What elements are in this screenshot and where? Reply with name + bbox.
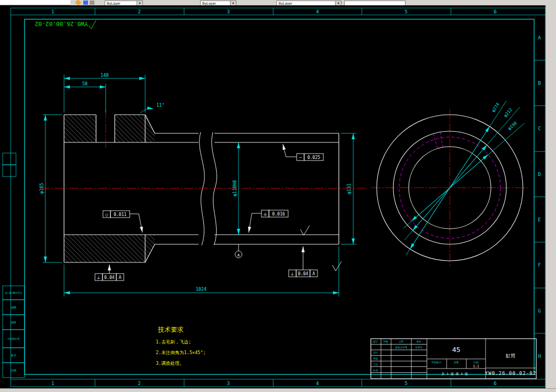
datum-a-label: A [237, 253, 240, 258]
gdt-straightness-symbol: — [299, 155, 302, 160]
model-space-canvas[interactable]: 1 2 3 4 5 6 1 2 3 4 5 6 A B C D E F G H … [0, 5, 545, 388]
dim-od-right: φ131 [346, 183, 352, 194]
tb-col-zone: 分区 [399, 340, 404, 343]
chevron-down-icon[interactable]: ▾ [230, 1, 236, 5]
tb-col-marks: 标记 [373, 340, 379, 343]
gdt-perp-right-datum: A [313, 271, 315, 276]
tb-lbl-weight: 质量 [454, 361, 459, 364]
window-bottom-edge [0, 388, 556, 392]
technical-requirements: 技术要求 1.去毛刺，飞边; 2.未注倒角为1.5×45°; 3.调质处理。 [156, 326, 206, 366]
tool-icon-2[interactable] [90, 1, 94, 5]
zone-label: 3 [227, 381, 229, 386]
gdt-straightness-value: 0.025 [307, 155, 320, 160]
text-field[interactable] [344, 1, 406, 5]
sheet-border [3, 8, 545, 387]
zone-label: 3 [227, 9, 229, 14]
color-combobox[interactable]: ByLayer ▾ [105, 1, 143, 5]
surface-finish-icon [332, 261, 341, 271]
zone-label: 4 [316, 9, 319, 14]
zone-labels: 1 2 3 4 5 6 1 2 3 4 5 6 A B C D E F G H [51, 9, 541, 386]
zone-label: 4 [316, 381, 319, 386]
end-view: φ274 φ212 φ190 [377, 101, 525, 261]
tb-col-doc: 更改文件号 [395, 346, 408, 349]
window-right-edge [545, 0, 556, 392]
zone-label: B [538, 81, 541, 86]
tech-req-title: 技术要求 [157, 326, 184, 333]
tool-icon[interactable] [83, 1, 88, 5]
menu-area [0, 0, 70, 5]
zone-label: 5 [404, 381, 407, 386]
endview-dim-inner: φ190 [507, 121, 518, 131]
zone-label: 2 [138, 9, 140, 14]
tb-col-count: 处数 [384, 340, 389, 343]
side-block-label: 签字 [11, 354, 17, 357]
toolbar-remnant: ByLayer ▾ ByLayer ▾ ByLayer ▾ [0, 0, 556, 5]
gdt-perp-left-symbol: ⊥ [98, 275, 100, 280]
title-block-texts: 45 缸筒 YW0.26.00.02-02 标记 处数 分区 更改文件号 签名 … [373, 340, 537, 376]
stamp-check-icon [89, 20, 96, 29]
side-block-label: 描校 [11, 321, 17, 324]
zone-label: 1 [51, 381, 54, 386]
dimensions [43, 75, 356, 297]
gdt-perp-right-symbol: ⊥ [291, 271, 294, 276]
color-combobox-value: ByLayer [107, 2, 121, 5]
zone-label: 6 [494, 381, 496, 386]
chevron-down-icon[interactable]: ▾ [137, 1, 142, 5]
gdt-roundness-symbol: ○ [106, 212, 108, 217]
tb-row-process: 工艺 [374, 363, 379, 366]
dim-width-inner: 58 [82, 81, 88, 86]
tb-row-design: 设计 [374, 351, 379, 354]
zone-label: F [538, 262, 541, 268]
gdt-perp-left-value: 0.04 [104, 275, 114, 280]
dim-angle: 11° [156, 102, 164, 108]
tb-row-approve: 批准 [373, 369, 379, 372]
gdt-perp-left-datum: A [119, 275, 122, 280]
tech-req-item: 2.未注倒角为1.5×45°; [156, 350, 206, 355]
zone-label: 5 [404, 9, 407, 14]
side-block-label: 旧底图总号 [7, 337, 20, 340]
drawing-number: YW0.26.00.02-02 [485, 371, 536, 376]
tb-col-sign: 签名 [417, 340, 422, 343]
dim-total-length: 1024 [196, 286, 206, 292]
favorites-icon[interactable] [75, 0, 81, 5]
lineweight-combobox-value: ByLayer [279, 2, 292, 5]
tech-req-item: 3.调质处理。 [156, 361, 184, 366]
zone-label: H [538, 354, 541, 359]
dim-bore: φ110H8 [232, 180, 237, 197]
part-name: 缸筒 [505, 353, 515, 358]
zone-label: G [538, 308, 541, 314]
keyway-hidden-line [440, 132, 443, 147]
chevron-down-icon[interactable]: ▾ [335, 1, 341, 5]
break-line [212, 132, 217, 245]
tb-sheet-count: 共 1 张 第 1 张 [441, 372, 467, 376]
approval-stamp: YW0.26.00.02-02 [35, 20, 96, 29]
cad-application-window: { "toolbar": { "combo1": "ByLayer", "com… [0, 0, 556, 392]
tech-req-item: 1.去毛刺，飞边; [156, 339, 191, 345]
surface-finish-icon [300, 226, 309, 235]
material-label: 45 [452, 346, 460, 354]
zone-label: E [538, 217, 541, 222]
gdt-perp-right-value: 0.04 [298, 271, 308, 276]
side-block-label: 日期 [11, 369, 17, 372]
linetype-combobox-value: ByLayer [202, 2, 216, 5]
gdt-roundness-value: 0.011 [114, 212, 126, 217]
drawing: 1 2 3 4 5 6 1 2 3 4 5 6 A B C D E F G H … [0, 5, 545, 388]
lineweight-combobox[interactable]: ByLayer ▾ [276, 1, 341, 5]
keyway-hidden-line [433, 134, 438, 148]
linetype-combobox[interactable]: ByLayer ▾ [200, 1, 236, 5]
side-block-label: 借(通)用件登记 [5, 291, 22, 294]
stamp-code: YW0.26.00.02-02 [35, 20, 88, 27]
tb-scale-value: 1:1 [473, 364, 479, 369]
tb-lbl-stage: 阶段标记 [432, 361, 442, 364]
tb-row-check: 审核 [374, 357, 379, 360]
side-block-labels: 借(通)用件登记 描图 描校 旧底图总号 签字 日期 [5, 291, 22, 372]
zone-label: 6 [494, 9, 496, 14]
side-block-label: 描图 [11, 306, 17, 309]
section-hatching [64, 115, 155, 262]
zone-label: D [538, 172, 541, 177]
gdt-concentricity-value: 0.016 [272, 212, 285, 217]
dim-width-outer: 148 [100, 73, 108, 78]
gdt-concentricity-symbol: ◎ [264, 212, 267, 217]
tb-col-date: 年月日 [415, 346, 423, 349]
zone-label: A [538, 35, 541, 41]
